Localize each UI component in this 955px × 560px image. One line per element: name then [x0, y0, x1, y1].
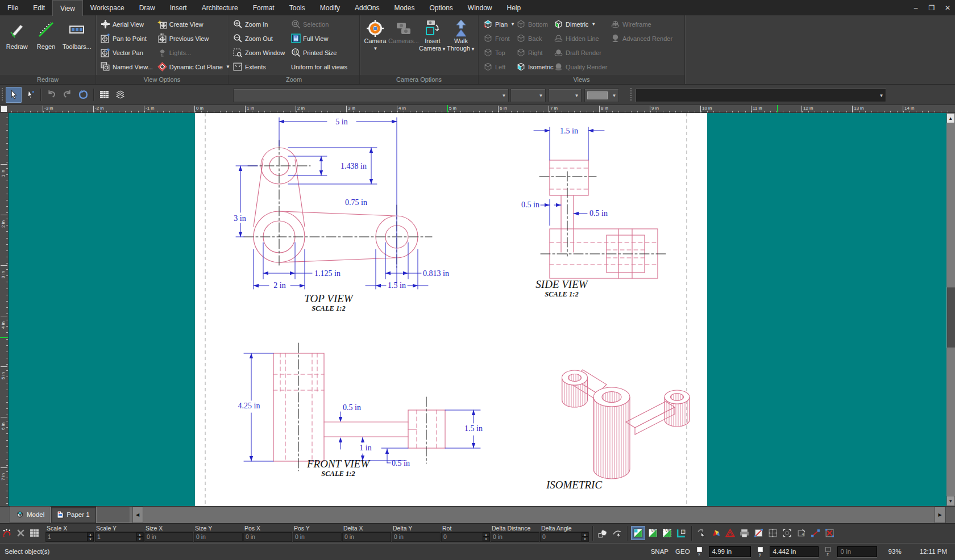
- pos-x-input[interactable]: 0 in: [243, 532, 292, 542]
- pos-y-input[interactable]: 0 in: [293, 532, 342, 542]
- rot-input[interactable]: 0▲▼: [441, 532, 490, 542]
- drawing-canvas[interactable]: 5 in 1.438 in 0.75 in 3 in 1.125 in 2 in…: [9, 113, 946, 506]
- redraw-button[interactable]: Redraw: [2, 17, 31, 75]
- menu-view[interactable]: View: [52, 0, 83, 16]
- pan-to-point-button[interactable]: Pan to Point: [98, 31, 155, 45]
- tab-scroll-right-icon[interactable]: ▶: [935, 507, 945, 523]
- dynamic-cut-plane-button[interactable]: Dynamic Cut Plane▼: [155, 60, 232, 74]
- menu-format[interactable]: Format: [246, 0, 282, 15]
- layer-combobox[interactable]: ▼: [510, 89, 546, 102]
- tab-model[interactable]: Model: [10, 507, 51, 523]
- menu-insert[interactable]: Insert: [163, 0, 194, 15]
- menu-tools[interactable]: Tools: [282, 0, 313, 15]
- y-coordinate-field[interactable]: 4.442 in: [770, 546, 819, 557]
- dimetric-view-button[interactable]: Dimetric▼: [551, 17, 608, 31]
- spinner[interactable]: ▲▼: [87, 532, 94, 541]
- close-icon[interactable]: ✕: [944, 4, 952, 12]
- printed-size-button[interactable]: 11 Printed Size: [289, 45, 350, 60]
- viewport-fit-button[interactable]: [631, 526, 645, 540]
- page-layers-button[interactable]: [113, 87, 127, 102]
- aerial-view-button[interactable]: Aerial View: [98, 17, 155, 31]
- z-coordinate-field[interactable]: 0 in: [837, 546, 877, 557]
- x-coordinate-field[interactable]: 4.99 in: [709, 546, 751, 557]
- scale-x-input[interactable]: 1▲▼: [45, 532, 94, 542]
- edge-nodes-button[interactable]: [809, 526, 822, 540]
- delta-x-input[interactable]: 0 in: [342, 532, 391, 542]
- zoom-in-button[interactable]: Zoom In: [231, 17, 289, 31]
- menu-modes[interactable]: Modes: [387, 0, 422, 15]
- menu-modify[interactable]: Modify: [313, 0, 347, 15]
- vertical-scrollbar[interactable]: ▲ ▼: [946, 113, 955, 506]
- zoom-out-button[interactable]: Zoom Out: [231, 31, 289, 45]
- spinner[interactable]: ▲▼: [582, 532, 588, 541]
- size-x-input[interactable]: 0 in: [144, 532, 193, 542]
- spinner[interactable]: ▲▼: [136, 532, 143, 541]
- delta-y-input[interactable]: 0 in: [392, 532, 441, 542]
- menu-addons[interactable]: AddOns: [347, 0, 387, 15]
- delta-angle-button[interactable]: [724, 526, 737, 540]
- linestyle-combobox[interactable]: ▼: [549, 89, 582, 102]
- tab-paper-1[interactable]: Paper 1: [51, 507, 96, 523]
- select-tool-button[interactable]: [6, 87, 22, 103]
- node-select-tool-button[interactable]: [23, 87, 38, 102]
- extents-button[interactable]: Extents: [231, 60, 289, 74]
- scroll-down-icon[interactable]: ▼: [946, 496, 955, 506]
- isometric-view-button[interactable]: Isometric▼: [514, 60, 551, 74]
- viewport-dashed-button[interactable]: VP: [661, 526, 674, 540]
- horizontal-scroll-track[interactable]: [143, 507, 932, 523]
- uniform-all-views-button[interactable]: Uniform for all views: [289, 60, 350, 74]
- grid-pan-button[interactable]: [766, 526, 779, 540]
- selection-loop-button[interactable]: [76, 87, 90, 102]
- extent-corners-button[interactable]: [780, 526, 794, 540]
- camera-button[interactable]: Camera ▼: [362, 17, 388, 75]
- plan-view-button[interactable]: Plan▼: [481, 17, 514, 31]
- menu-options[interactable]: Options: [422, 0, 460, 15]
- walk-through-button[interactable]: Walk Through▼: [446, 17, 476, 75]
- undo-button[interactable]: [44, 87, 59, 102]
- style-combobox[interactable]: ▼: [233, 89, 509, 102]
- menu-edit[interactable]: Edit: [26, 0, 52, 15]
- create-view-button[interactable]: Create View: [155, 17, 232, 31]
- format-painter-button[interactable]: [1, 527, 13, 540]
- spinner[interactable]: ▲▼: [483, 532, 489, 541]
- full-view-button[interactable]: Full View: [289, 31, 350, 45]
- menu-workspace[interactable]: Workspace: [83, 0, 132, 15]
- zoom-window-button[interactable]: Zoom Window: [231, 45, 289, 60]
- edit-box-diagonal-button[interactable]: [752, 526, 765, 540]
- menu-file[interactable]: File: [0, 0, 26, 15]
- delete-constraint-button[interactable]: [823, 526, 836, 540]
- delta-distance-input[interactable]: 0 in: [491, 532, 539, 542]
- plot-button[interactable]: [738, 526, 751, 540]
- property-combobox[interactable]: ▼: [636, 89, 886, 102]
- cancel-button[interactable]: [15, 527, 26, 540]
- previous-view-button[interactable]: Previous View: [155, 31, 232, 45]
- menu-architecture[interactable]: Architecture: [194, 0, 246, 15]
- minimize-icon[interactable]: –: [912, 4, 920, 12]
- paper-space-view[interactable]: 5 in 1.438 in 0.75 in 3 in 1.125 in 2 in…: [9, 113, 946, 506]
- modify-handles-button[interactable]: 4: [795, 526, 808, 540]
- menu-help[interactable]: Help: [500, 0, 529, 15]
- scroll-up-icon[interactable]: ▲: [946, 113, 955, 123]
- snap-toggle[interactable]: SNAP: [651, 548, 668, 555]
- viewport-query-button[interactable]: ?: [675, 526, 688, 540]
- restore-icon[interactable]: ❐: [928, 4, 936, 12]
- toolbar-grip[interactable]: [630, 88, 633, 102]
- scale-y-input[interactable]: 1▲▼: [95, 532, 144, 542]
- rotate-select-button[interactable]: [695, 526, 708, 540]
- vector-pan-button[interactable]: Vector Pan: [98, 45, 155, 60]
- geo-toggle[interactable]: GEO: [675, 548, 690, 555]
- menu-window[interactable]: Window: [460, 0, 500, 15]
- named-view-button[interactable]: Named View...: [98, 60, 155, 74]
- toolbars-button[interactable]: Toolbars...: [61, 17, 93, 75]
- regen-button[interactable]: Regen: [31, 17, 60, 75]
- calculator-palette-button[interactable]: [28, 527, 40, 540]
- size-y-input[interactable]: 0 in: [194, 532, 243, 542]
- viewport-vp-button[interactable]: VP: [646, 526, 659, 540]
- toolbar-grip[interactable]: [1, 88, 4, 102]
- pan-hand-button[interactable]: [596, 526, 609, 540]
- delta-angle-input[interactable]: 0▲▼: [540, 532, 589, 542]
- vertical-scroll-thumb[interactable]: [946, 287, 955, 348]
- select-arc-button[interactable]: [611, 526, 624, 540]
- menu-draw[interactable]: Draw: [132, 0, 163, 15]
- selection-info-button[interactable]: [97, 87, 111, 102]
